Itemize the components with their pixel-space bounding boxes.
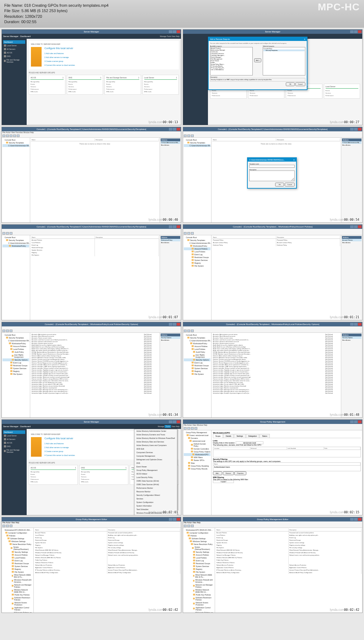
sb-dns[interactable]: DNS: [3, 54, 25, 58]
menu-item[interactable]: Active Directory Sites and Services: [134, 440, 177, 444]
menu-item[interactable]: Computer Management: [134, 454, 177, 458]
menu-item[interactable]: ODBC Data Sources (32-bit): [134, 479, 177, 483]
sb-adds[interactable]: AD DS: [3, 441, 25, 445]
thumb-3: Console1 - [Console Root\Security Templa…: [1, 127, 181, 223]
thumb-11: Group Policy Management Editor File Acti…: [1, 517, 181, 613]
remove-button[interactable]: Remove: [223, 471, 234, 475]
menu-item[interactable]: Services: [134, 497, 177, 500]
sb-adds[interactable]: AD DS: [3, 51, 25, 54]
add-button[interactable]: Add >: [254, 58, 262, 62]
menu-item[interactable]: Active Directory Administrative Center: [134, 429, 177, 433]
sb-all[interactable]: All Servers: [3, 47, 25, 51]
props-button[interactable]: Properties: [234, 471, 246, 475]
menu-item[interactable]: Performance Monitor: [134, 486, 177, 490]
tab-delegation[interactable]: Delegation: [246, 434, 259, 438]
menu-item[interactable]: Group Policy Management: [134, 468, 177, 472]
brand-logo: MPC-HC: [318, 1, 360, 13]
menu-item[interactable]: Active Directory Domains and Trusts: [134, 433, 177, 436]
info-header: File Name: 018 Creating GPOs from securi…: [0, 0, 364, 28]
menu-item[interactable]: Security Configuration Wizard: [134, 493, 177, 497]
menu-item[interactable]: Local Security Policy: [134, 476, 177, 479]
ok-button[interactable]: OK: [275, 183, 284, 187]
thumb-2: Server Manager AD DSEventsServicesPerfor…: [183, 29, 363, 125]
tab-settings[interactable]: Settings: [234, 434, 245, 438]
menu-item[interactable]: Component Services: [134, 451, 177, 454]
menu-item[interactable]: Resource Monitor: [134, 490, 177, 493]
menu-item[interactable]: System Configuration: [134, 500, 177, 504]
tab-scope[interactable]: Scope: [213, 434, 223, 438]
thumb-5: Console1 - [Console Root\Security Templa…: [1, 224, 181, 320]
add-button[interactable]: Add...: [213, 471, 222, 475]
thumb-10: Group Policy Management File Action View…: [183, 419, 363, 515]
thumb-6: Console1 - [Console Root\Security Templa…: [183, 224, 363, 320]
thumb-8: Console1 - [Console Root\Security Templa…: [183, 322, 363, 418]
thumb-4: Console1 - [Console Root\Security Templa…: [183, 127, 363, 223]
thumbnail-grid: Server Manager Server Manager · Dashboar…: [0, 28, 364, 614]
tab-status[interactable]: Status: [259, 434, 269, 438]
thumb-9: Server Manager Server Manager · Dashboar…: [1, 419, 181, 515]
sb-all[interactable]: All Servers: [3, 437, 25, 441]
thumb-7: Console1 - [Console Root\Security Templa…: [1, 322, 181, 418]
sb-dashboard[interactable]: Dashboard: [3, 430, 25, 434]
menu-item[interactable]: Active Directory Module for Windows Powe…: [134, 436, 177, 440]
menu-item[interactable]: Active Directory Users and Computers: [134, 444, 177, 447]
sb-local[interactable]: Local Server: [3, 434, 25, 437]
menu-item[interactable]: ADSI Edit: [134, 447, 177, 451]
menu-item[interactable]: Event Viewer: [134, 465, 177, 468]
close-icon[interactable]: ✕: [293, 159, 295, 161]
sb-file[interactable]: File and Storage Services: [3, 448, 25, 454]
menu-item[interactable]: iSCSI Initiator: [134, 472, 177, 476]
sb-dashboard[interactable]: Dashboard: [3, 40, 25, 44]
cancel-button[interactable]: Cancel: [285, 183, 295, 187]
close-icon[interactable]: ✕: [304, 38, 305, 40]
sb-file[interactable]: File and Storage Services: [3, 58, 25, 64]
tab-details[interactable]: Details: [223, 434, 234, 438]
menu-item[interactable]: Defragment and Optimize Drives: [134, 458, 177, 461]
menu-item[interactable]: System Information: [134, 504, 177, 508]
menu-item[interactable]: ODBC Data Sources (64-bit): [134, 483, 177, 486]
ok-button[interactable]: OK: [286, 82, 295, 86]
template-desc-input[interactable]: [249, 171, 295, 181]
sb-dns[interactable]: DNS: [3, 445, 25, 448]
thumb-1: Server Manager Server Manager · Dashboar…: [1, 29, 181, 125]
menu-item[interactable]: DNS: [134, 461, 177, 465]
thumb-12: Group Policy Management Editor File Acti…: [183, 517, 363, 613]
cancel-button[interactable]: Cancel: [295, 82, 305, 86]
sb-local[interactable]: Local Server: [3, 44, 25, 47]
template-name-input[interactable]: [249, 165, 295, 168]
